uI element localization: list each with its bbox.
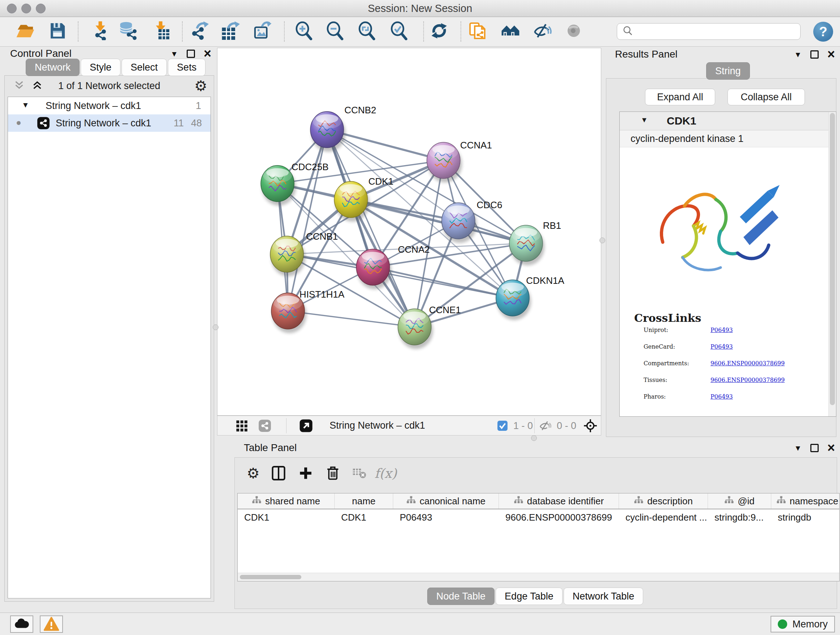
column-header-atid[interactable]: @id <box>708 494 771 509</box>
gene-section-header[interactable]: ▼ CDK1 <box>620 112 836 130</box>
network-canvas[interactable]: CCNB2 CCNA1 CDC25B CDK1 <box>217 48 601 416</box>
table-scrollbar-thumb[interactable] <box>240 575 302 579</box>
column-header-canonical-name[interactable]: canonical name <box>393 494 499 509</box>
network-node-CDC6[interactable]: CDC6 <box>442 200 502 243</box>
results-panel-float-icon[interactable]: ▼ <box>794 51 802 58</box>
network-node-CDK1[interactable]: CDK1 <box>334 176 393 222</box>
crosslink-genecard-link[interactable]: P06493 <box>711 343 733 350</box>
tab-string[interactable]: String <box>706 62 750 80</box>
toolbar-hide-selected-button[interactable] <box>531 21 554 42</box>
results-panel-close-icon[interactable]: × <box>827 49 835 59</box>
toolbar-separator <box>423 21 424 42</box>
crosslink-compartments-link[interactable]: 9606.ENSP00000378699 <box>711 360 785 367</box>
toolbar-export-network-button[interactable] <box>188 21 210 42</box>
toolbar-export-table-button[interactable] <box>219 21 242 42</box>
collection-expander-icon[interactable]: ▼ <box>22 101 29 109</box>
warnings-button[interactable] <box>40 616 63 633</box>
tab-network[interactable]: Network <box>26 59 80 76</box>
edge-HIST1H1A-CCNE1[interactable] <box>288 311 415 327</box>
toolbar-zoom-selected-region-button[interactable] <box>388 21 410 42</box>
help-button[interactable]: ? <box>813 22 833 42</box>
table-cell[interactable]: stringdb <box>771 509 840 525</box>
column-header-namespace[interactable]: namespace <box>771 494 840 509</box>
network-node-HIST1H1A[interactable]: HIST1H1A <box>271 289 345 333</box>
control-panel-float-icon[interactable]: ▼ <box>171 50 178 57</box>
toolbar-apply-preferred-layout-button[interactable] <box>428 21 450 42</box>
table-cell[interactable]: CDK1 <box>335 509 393 525</box>
table-tab-network-table[interactable]: Network Table <box>564 587 644 605</box>
collapse-all-button[interactable]: Collapse All <box>728 89 805 105</box>
table-tab-edge-table[interactable]: Edge Table <box>496 587 562 605</box>
network-node-CDKN1A[interactable]: CDKN1A <box>496 275 564 320</box>
toolbar-import-network-from-file-button[interactable] <box>88 21 111 42</box>
selected-checkbox-icon[interactable] <box>495 415 510 436</box>
show-grid-icon[interactable] <box>231 415 252 436</box>
table-panel-float-icon[interactable]: ▼ <box>794 444 802 452</box>
table-row[interactable]: CDK1CDK1P064939606.ENSP00000378699cyclin… <box>238 509 839 525</box>
table-horizontal-scrollbar[interactable] <box>238 573 839 581</box>
node-label-CCNA2: CCNA2 <box>398 244 430 255</box>
crosslink-label: GeneCard: <box>644 343 675 350</box>
network-collection-row[interactable]: ▼ String Network – cdk1 1 <box>8 97 210 114</box>
show-columns-icon[interactable] <box>268 463 289 484</box>
toolbar-show-all-button[interactable] <box>562 21 585 42</box>
table-cell[interactable]: stringdb:9... <box>708 509 771 525</box>
table-panel-maximize-icon[interactable] <box>810 444 819 452</box>
column-header-description[interactable]: description <box>619 494 708 509</box>
network-node-CCNE1[interactable]: CCNE1 <box>398 304 461 349</box>
toolbar-save-session-button[interactable] <box>46 21 68 42</box>
column-header-shared-name[interactable]: shared name <box>238 494 335 509</box>
crosslink-pharos-link[interactable]: P06493 <box>711 393 733 400</box>
table-options-gear-icon[interactable]: ⚙ <box>243 463 264 484</box>
search-box[interactable] <box>617 23 801 40</box>
crosslink-tissues-link[interactable]: 9606.ENSP00000378699 <box>711 377 785 383</box>
edge-CCNA1-CCNE1[interactable] <box>415 160 444 327</box>
tab-style[interactable]: Style <box>81 59 120 76</box>
search-input[interactable] <box>637 26 795 38</box>
birdseye-view-icon[interactable] <box>295 415 317 436</box>
table-cell[interactable]: CDK1 <box>238 509 335 525</box>
table-cell[interactable]: 9606.ENSP00000378699 <box>499 509 619 525</box>
network-row[interactable]: ● String Network – cdk1 11 48 <box>8 114 210 132</box>
toolbar-zoom-fit-content-button[interactable] <box>355 21 378 42</box>
crosslink-uniprot-link[interactable]: P06493 <box>711 326 733 333</box>
edge-CCNB2-HIST1H1A[interactable] <box>288 130 327 311</box>
gene-section-collapse-icon[interactable]: ▼ <box>641 116 648 124</box>
column-header-name[interactable]: name <box>335 494 393 509</box>
delete-column-icon[interactable] <box>322 463 343 484</box>
edge-CCNA2-CDKN1A[interactable] <box>373 267 513 298</box>
vertical-splitter-handle-left[interactable] <box>213 325 218 330</box>
toolbar-export-image-button[interactable] <box>251 21 274 42</box>
memory-button[interactable]: Memory <box>771 616 835 632</box>
control-panel-maximize-icon[interactable] <box>187 50 195 58</box>
network-overview-icon[interactable] <box>254 415 275 436</box>
table-panel-close-icon[interactable]: × <box>827 443 835 453</box>
table-cell[interactable]: P06493 <box>393 509 499 525</box>
cloud-status-button[interactable] <box>10 616 33 633</box>
expand-all-button[interactable]: Expand All <box>645 89 715 105</box>
control-panel-close-icon[interactable]: × <box>204 49 211 59</box>
toolbar-copy-style-button[interactable] <box>467 21 489 42</box>
toolbar-import-network-from-database-button[interactable] <box>117 21 140 42</box>
fit-selection-crosshair-icon[interactable] <box>580 415 601 436</box>
toolbar-first-neighbors-button[interactable] <box>499 21 522 42</box>
table-tab-node-table[interactable]: Node Table <box>427 587 494 605</box>
toolbar-import-table-from-file-button[interactable] <box>149 21 172 42</box>
export-table-icon <box>221 21 240 42</box>
tab-select[interactable]: Select <box>122 59 167 76</box>
results-scrollbar[interactable] <box>829 112 836 416</box>
toolbar-zoom-out-button[interactable] <box>324 21 346 42</box>
results-scrollbar-thumb[interactable] <box>830 113 835 405</box>
table-cell[interactable]: cyclin-dependent ... <box>619 509 708 525</box>
column-header-database-identifier[interactable]: database identifier <box>499 494 619 509</box>
network-options-gear-icon[interactable]: ⚙ <box>194 79 207 93</box>
hidden-eye-icon[interactable] <box>537 415 553 436</box>
toolbar-open-file-button[interactable] <box>14 21 36 42</box>
create-column-icon[interactable] <box>295 463 316 484</box>
network-view-toolbar: String Network – cdk1 1 - 0 0 - 0 <box>217 416 601 435</box>
toolbar-zoom-in-button[interactable] <box>293 21 315 42</box>
network-node-RB1[interactable]: RB1 <box>509 220 561 265</box>
tab-sets[interactable]: Sets <box>168 59 205 76</box>
column-label: database identifier <box>527 496 604 507</box>
results-panel-maximize-icon[interactable] <box>810 50 819 59</box>
